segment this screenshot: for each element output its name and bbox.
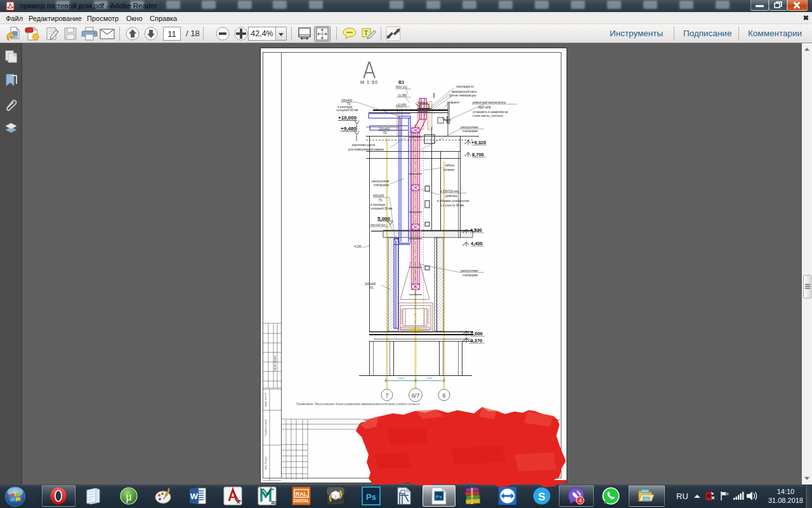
svg-text:П1: П1 — [379, 199, 383, 202]
svg-text:разгрузочная: разгрузочная — [372, 180, 390, 183]
svg-text:ø 250/320 н/ж: ø 250/320 н/ж — [440, 190, 458, 193]
svg-text:в изоляции: в изоляции — [370, 203, 386, 206]
svg-text:+9,320: +9,320 — [471, 140, 486, 145]
svg-text:3DS: 3DS — [271, 500, 277, 505]
svg-text:T: T — [364, 29, 368, 36]
svg-text:разгрузочная: разгрузочная — [461, 269, 478, 272]
svg-text:платформа: платформа — [374, 184, 389, 187]
svg-text:П1: П1 — [383, 131, 387, 135]
svg-text:S: S — [538, 491, 545, 503]
svg-text:ремонтный выключатель: ремонтный выключатель — [473, 100, 506, 104]
svg-text:-11,080: -11,080 — [397, 94, 407, 97]
svg-text:200х400: 200х400 — [365, 283, 376, 286]
svg-text:A: A — [237, 500, 240, 504]
svg-text:DIGITAL: DIGITAL — [293, 498, 309, 503]
svg-text:прокладка из: прокладка из — [456, 85, 474, 88]
svg-text:толщиной 30 мм: толщиной 30 мм — [370, 206, 392, 210]
svg-text:минеральной ваты: минеральной ваты — [452, 90, 476, 93]
svg-text:питания: питания — [443, 168, 454, 171]
svg-text:+9,480: +9,480 — [341, 126, 357, 131]
svg-text:толщиной 60 мм: толщиной 60 мм — [336, 108, 358, 112]
svg-text:Инв. N подл.: Инв. N подл. — [265, 456, 267, 469]
svg-text:ОВ.ВК.ОВиВО: ОВ.ВК.ОВиВО — [274, 356, 277, 371]
svg-text:-4,250: -4,250 — [353, 245, 362, 248]
svg-text:6/7: 6/7 — [412, 392, 420, 399]
svg-text:+10,000: +10,000 — [338, 115, 357, 121]
svg-text:датчик температуры: датчик температуры — [449, 94, 476, 97]
svg-text:П1: П1 — [370, 286, 374, 290]
svg-text:Ps: Ps — [366, 492, 376, 502]
svg-text:200х400: 200х400 — [379, 128, 390, 131]
svg-text:4,530: 4,530 — [470, 227, 482, 233]
svg-text:+10,650: +10,650 — [396, 104, 407, 107]
svg-text:4: 4 — [579, 497, 582, 504]
svg-text:-0,370: -0,370 — [469, 338, 482, 344]
svg-text:М 1:50: М 1:50 — [360, 79, 378, 85]
svg-text:для коммуникаций камина: для коммуникаций камина — [348, 147, 384, 151]
svg-text:в 2 слоя по 30 мм: в 2 слоя по 30 мм — [440, 204, 464, 207]
svg-text:Ps: Ps — [436, 494, 442, 500]
svg-text:Взам. инв. N: Взам. инв. N — [265, 393, 267, 406]
svg-text:8,700: 8,700 — [472, 152, 484, 157]
svg-text:В1: В1 — [398, 79, 404, 85]
svg-text:дымоход: дымоход — [445, 194, 457, 197]
svg-text:400х200: 400х200 — [373, 194, 384, 197]
svg-text:1400: 1400 — [398, 377, 404, 380]
svg-text:кабель: кабель — [445, 164, 455, 167]
svg-text:REP-AFB: REP-AFB — [478, 106, 491, 109]
svg-text:парапет: парапет — [449, 101, 460, 104]
svg-text:чистый пол: чистый пол — [370, 223, 386, 227]
svg-text:μ: μ — [126, 490, 132, 503]
svg-text:кирпичная шахта: кирпичная шахта — [352, 144, 375, 147]
svg-text:RAL: RAL — [296, 491, 308, 497]
svg-text:4,400: 4,400 — [471, 241, 483, 246]
svg-text:Примечание. Расположение блока: Примечание. Расположение блока управлени… — [296, 403, 421, 406]
svg-text:0,000: 0,000 — [471, 331, 483, 337]
svg-text:7: 7 — [385, 392, 388, 399]
svg-text:6: 6 — [442, 392, 445, 399]
svg-text:разгрузочная: разгрузочная — [461, 126, 478, 129]
svg-text:установить в шкафчике на: установить в шкафчике на — [473, 110, 508, 114]
svg-text:платформа: платформа — [462, 130, 478, 133]
svg-text:в обшивке суперизолом: в обшивке суперизолом — [437, 199, 469, 203]
svg-text:RSV 012: RSV 012 — [396, 86, 408, 89]
svg-text:платформа: платформа — [462, 274, 478, 277]
svg-text:1400: 1400 — [426, 377, 433, 380]
svg-text:W: W — [190, 491, 199, 501]
svg-text:стене шахты, утеплить: стене шахты, утеплить — [473, 114, 504, 117]
svg-text:Подпись и дата: Подпись и дата — [265, 420, 267, 436]
